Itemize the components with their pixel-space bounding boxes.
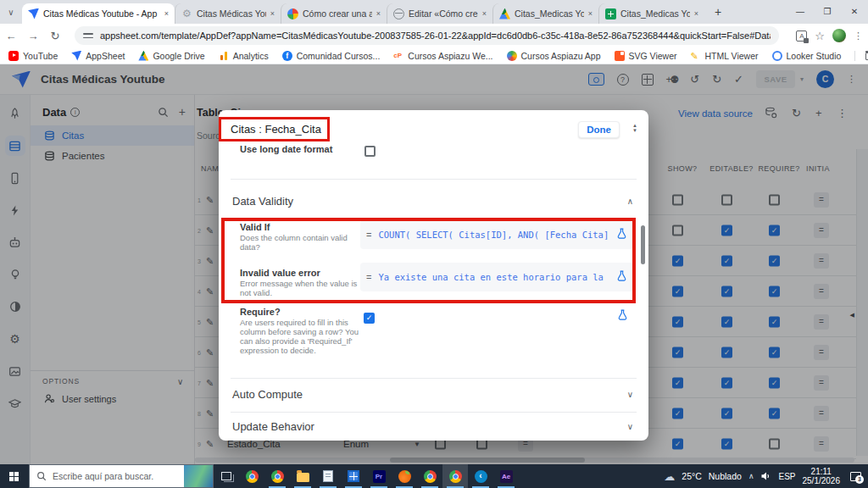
- taskbar-notepad-icon[interactable]: [315, 464, 341, 488]
- window-close-button[interactable]: ✕: [841, 0, 868, 22]
- auto-compute-section[interactable]: Auto Compute ∨: [232, 388, 633, 401]
- tab-label: Citas Médicas Youtube - App: [43, 8, 160, 19]
- bookmark-item[interactable]: Google Drive: [138, 51, 204, 61]
- start-button[interactable]: [0, 464, 29, 488]
- new-tab-button[interactable]: +: [708, 2, 728, 22]
- invalid-error-field[interactable]: = Ya existe una cita en este horario par…: [360, 263, 633, 291]
- url-text: appsheet.com/template/AppDef?appName=Cit…: [100, 30, 771, 41]
- long-date-checkbox[interactable]: [364, 146, 376, 157]
- bookmark-item[interactable]: AppSheet: [71, 51, 125, 61]
- flask-icon[interactable]: [616, 227, 627, 242]
- flask-icon[interactable]: [616, 269, 627, 285]
- weather-temp[interactable]: 25°C: [682, 471, 701, 481]
- tab-label: Editar «Cómo crear una apli: [409, 8, 478, 19]
- taskbar-chrome-icon[interactable]: [264, 464, 290, 488]
- taskbar-spreadsheet-icon[interactable]: [341, 464, 366, 488]
- update-behavior-section[interactable]: Update Behavior ∨: [232, 420, 633, 433]
- expand-collapse-icon[interactable]: ▲▼: [632, 123, 637, 133]
- cp-icon: [393, 51, 403, 61]
- taskbar-chrome-icon[interactable]: [417, 464, 442, 488]
- screen: ∨ Citas Médicas Youtube - App×Citas Médi…: [0, 0, 868, 488]
- reload-button[interactable]: ↻: [44, 30, 66, 42]
- svgv-icon: [615, 51, 625, 61]
- taskbar-chrome-icon[interactable]: [239, 464, 264, 488]
- bookmark-item[interactable]: YouTube: [8, 51, 58, 61]
- divider: [231, 179, 637, 180]
- taskbar-aftereffects-icon[interactable]: Ae: [493, 464, 519, 488]
- window-minimize-button[interactable]: —: [787, 0, 814, 22]
- bookmark-item[interactable]: SVG Viewer: [615, 51, 677, 61]
- bookmark-star-icon[interactable]: ☆: [815, 30, 825, 42]
- bookmark-item[interactable]: Cursos Aspiazu We...: [393, 51, 492, 61]
- browser-menu-icon[interactable]: ⋮: [854, 30, 863, 42]
- bookmark-label: Google Drive: [153, 51, 204, 61]
- browser-tab[interactable]: Citas Médicas Youtube×: [175, 3, 281, 24]
- bookmark-label: Analytics: [233, 51, 269, 61]
- taskbar-flstudio-icon[interactable]: [392, 464, 417, 488]
- browser-tab[interactable]: Citas_Medicas Youtube - Ho×: [598, 3, 704, 24]
- browser-tab[interactable]: Cómo crear una aplicación d×: [281, 3, 387, 24]
- tab-close-icon[interactable]: ×: [482, 9, 487, 18]
- browser-profile-avatar[interactable]: [832, 29, 846, 42]
- bookmark-item[interactable]: HTML Viewer: [691, 51, 759, 61]
- bookmark-item[interactable]: Comunidad Cursos...: [282, 51, 381, 61]
- taskbar-chrome-icon[interactable]: [442, 464, 468, 488]
- bookmark-label: HTML Viewer: [705, 51, 759, 61]
- all-bookmarks[interactable]: Todos los marcadores: [854, 51, 868, 61]
- data-validity-section[interactable]: Data Validity ∧: [232, 195, 633, 208]
- invalid-error-desc: Error message when the value is not vali…: [240, 279, 359, 297]
- valid-if-formula: COUNT( SELECT( Citas[ID], AND( [Fecha_Ci…: [378, 230, 613, 240]
- chevron-up-icon: ∧: [627, 197, 633, 206]
- site-info-icon[interactable]: [83, 31, 93, 40]
- taskbar-search[interactable]: Escribe aquí para buscar.: [29, 464, 214, 488]
- address-bar[interactable]: appsheet.com/template/AppDef?appName=Cit…: [75, 26, 779, 45]
- drive-icon: [138, 51, 148, 61]
- modal-scrollbar-thumb[interactable]: [641, 225, 645, 264]
- tab-close-icon[interactable]: ×: [164, 9, 169, 18]
- valid-if-field[interactable]: = COUNT( SELECT( Citas[ID], AND( [Fecha_…: [360, 220, 633, 249]
- weather-cloud-icon[interactable]: ☁: [664, 470, 675, 483]
- forward-button[interactable]: →: [22, 30, 44, 42]
- tab-close-icon[interactable]: ×: [376, 9, 381, 18]
- flask-icon[interactable]: [617, 308, 628, 324]
- valid-if-desc: Does the column contain valid data?: [240, 233, 359, 252]
- taskbar-folder-icon[interactable]: [290, 464, 315, 488]
- weather-condition[interactable]: Nublado: [709, 471, 742, 481]
- taskbar-premiere-icon[interactable]: Pr: [366, 464, 392, 488]
- browser-toolbar: ← → ↻ appsheet.com/template/AppDef?appNa…: [0, 24, 868, 47]
- sheets-favicon: [605, 8, 616, 19]
- taskbar-camtasia-icon[interactable]: ‹: [468, 464, 493, 488]
- search-placeholder: Escribe aquí para buscar.: [53, 471, 153, 481]
- bookmark-item[interactable]: Analytics: [219, 51, 269, 61]
- browser-tab[interactable]: Citas_Medicas Youtube - Go×: [492, 3, 598, 24]
- browser-tab[interactable]: Citas Médicas Youtube - App×: [22, 3, 175, 24]
- bookmarks-bar: YouTubeAppSheetGoogle DriveAnalyticsComu…: [0, 47, 868, 64]
- bookmark-item[interactable]: Looker Studio: [772, 51, 842, 61]
- htmlv-icon: [691, 51, 701, 61]
- long-date-label: Use long date format: [240, 144, 332, 154]
- tray-expand-icon[interactable]: ∧: [748, 472, 754, 480]
- bookmark-label: Comunidad Cursos...: [297, 51, 381, 61]
- clock[interactable]: 21:11 25/1/2026: [803, 467, 841, 485]
- volume-icon[interactable]: [760, 471, 771, 481]
- window-restore-button[interactable]: ❐: [814, 0, 841, 22]
- notifications-icon[interactable]: 3: [850, 472, 861, 481]
- require-checkbox[interactable]: ✓: [364, 313, 375, 324]
- browser-tabstrip: ∨ Citas Médicas Youtube - App×Citas Médi…: [0, 0, 868, 24]
- tab-close-icon[interactable]: ×: [270, 9, 275, 18]
- tab-close-icon[interactable]: ×: [588, 9, 593, 18]
- modal-title: Citas : Fecha_Cita: [231, 123, 321, 136]
- translate-icon[interactable]: A: [796, 30, 807, 42]
- bookmark-label: SVG Viewer: [629, 51, 677, 61]
- bookmark-label: YouTube: [23, 51, 58, 61]
- tab-close-icon[interactable]: ×: [694, 9, 698, 18]
- chevron-down-icon: ∨: [627, 422, 633, 431]
- bookmark-item[interactable]: Cursos Aspiazu App: [507, 51, 601, 61]
- tab-search-icon[interactable]: ∨: [0, 0, 22, 24]
- language-indicator[interactable]: ESP: [778, 472, 795, 481]
- done-button[interactable]: Done: [578, 121, 620, 138]
- browser-tab[interactable]: Editar «Cómo crear una apli×: [387, 3, 492, 24]
- task-view-button[interactable]: [214, 472, 239, 480]
- divider: [231, 378, 637, 379]
- back-button[interactable]: ←: [0, 30, 22, 42]
